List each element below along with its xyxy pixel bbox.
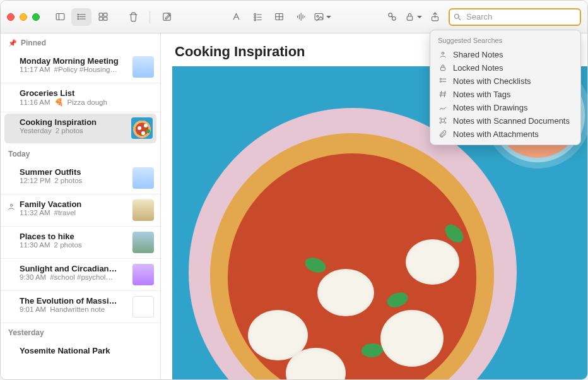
note-thumbnail	[132, 232, 154, 253]
svg-line-43	[441, 91, 442, 97]
note-meta: 2 photos	[56, 127, 83, 134]
scan-icon	[438, 116, 448, 125]
tag-icon	[438, 90, 448, 98]
note-meta: Handwritten note	[50, 306, 105, 313]
svg-line-32	[391, 16, 392, 17]
note-row-summer-outfits[interactable]: Summer Outfits 12:12 PM2 photos	[1, 162, 160, 194]
suggestion-label: Notes with Scanned Documents	[453, 116, 570, 126]
search-suggestions: Suggested Searches Shared Notes Locked N…	[430, 30, 581, 145]
toggle-sidebar-button[interactable]	[50, 8, 70, 26]
svg-rect-10	[99, 17, 103, 20]
suggestion-scanned[interactable]: Notes with Scanned Documents	[430, 114, 580, 128]
svg-rect-47	[442, 119, 445, 122]
note-row-evolution-massi[interactable]: The Evolution of Massi… 9:01 AMHandwritt…	[1, 291, 160, 323]
lock-button[interactable]	[403, 8, 423, 26]
list-view-button[interactable]	[71, 8, 91, 26]
note-time: 11:16 AM	[20, 98, 50, 106]
suggestion-label: Notes with Tags	[453, 90, 511, 99]
note-title: Cooking Inspiration	[20, 117, 126, 127]
note-time: Yesterday	[20, 127, 52, 134]
link-button[interactable]	[382, 8, 402, 26]
note-meta: Pizza dough	[68, 98, 107, 106]
note-meta: #travel	[54, 209, 76, 217]
notes-list-sidebar[interactable]: 📌 Pinned Monday Morning Meeting 11:17 AM…	[1, 33, 161, 379]
actions-group	[382, 8, 445, 26]
pizza-emoji-icon: 🍕	[54, 98, 64, 107]
note-title: Places to hike	[20, 232, 127, 241]
search-input[interactable]	[449, 8, 581, 26]
close-window-button[interactable]	[7, 13, 15, 21]
note-thumbnail	[132, 56, 154, 78]
note-time: 11:17 AM	[20, 66, 50, 73]
svg-rect-8	[99, 13, 103, 16]
search-region: Suggested Searches Shared Notes Locked N…	[449, 8, 581, 26]
note-row-places-to-hike[interactable]: Places to hike 11:30 AM2 photos	[1, 227, 160, 259]
lock-icon	[438, 63, 448, 72]
yesterday-label: Yesterday	[8, 328, 44, 337]
note-row-family-vacation[interactable]: Family Vacation 11:32 AM#travel	[1, 194, 160, 227]
svg-point-35	[454, 14, 459, 18]
attachment-icon	[438, 129, 448, 138]
note-row-cooking-inspiration[interactable]: Cooking Inspiration Yesterday2 photos	[4, 114, 156, 143]
svg-point-48	[10, 205, 13, 207]
suggestion-drawings[interactable]: Notes with Drawings	[430, 101, 580, 114]
suggestion-checklists[interactable]: Notes with Checklists	[430, 74, 580, 88]
suggestions-header: Suggested Searches	[430, 35, 580, 48]
svg-rect-0	[56, 14, 64, 20]
note-row-monday-morning-meeting[interactable]: Monday Morning Meeting 11:17 AM#Policy #…	[1, 51, 160, 83]
text-style-button[interactable]	[226, 8, 247, 26]
note-row-groceries-list[interactable]: Groceries List 11:16 AM🍕Pizza dough	[1, 83, 160, 112]
suggestion-shared-notes[interactable]: Shared Notes	[430, 48, 580, 61]
svg-rect-9	[103, 13, 107, 16]
share-button[interactable]	[425, 8, 445, 26]
note-row-sunlight-circadian[interactable]: Sunlight and Circadian… 9:30 AM#school #…	[1, 259, 160, 291]
suggestion-label: Shared Notes	[453, 50, 503, 59]
shared-indicator-icon	[7, 202, 16, 211]
suggestion-label: Notes with Checklists	[453, 76, 531, 86]
suggestion-locked-notes[interactable]: Locked Notes	[430, 61, 580, 74]
note-time: 11:32 AM	[20, 209, 50, 217]
format-group	[226, 8, 332, 26]
note-time: 9:01 AM	[20, 306, 46, 313]
checklist-button[interactable]	[248, 8, 268, 26]
note-thumbnail	[132, 199, 154, 221]
svg-point-41	[440, 81, 441, 82]
svg-point-29	[316, 15, 318, 17]
note-meta: 2 photos	[54, 241, 82, 249]
suggestion-attachments[interactable]: Notes with Attachments	[430, 128, 580, 141]
pinned-section-header: 📌 Pinned	[1, 33, 160, 51]
note-time: 9:30 AM	[20, 273, 46, 281]
svg-point-39	[440, 78, 441, 80]
note-row-yosemite[interactable]: Yosemite National Park	[1, 341, 160, 360]
note-title: Family Vacation	[20, 199, 127, 209]
table-button[interactable]	[269, 8, 290, 26]
audio-button[interactable]	[291, 8, 311, 26]
svg-point-37	[442, 52, 444, 55]
cheese-illustration	[380, 310, 444, 367]
gallery-view-button[interactable]	[93, 8, 113, 26]
view-group	[50, 8, 113, 26]
note-thumbnail	[132, 296, 154, 318]
today-label: Today	[8, 150, 30, 158]
pin-icon: 📌	[8, 39, 17, 47]
svg-point-7	[78, 18, 78, 19]
note-time: 11:30 AM	[20, 241, 50, 249]
suggestion-label: Locked Notes	[453, 63, 503, 73]
app-window: Suggested Searches Shared Notes Locked N…	[0, 0, 588, 380]
today-section-header: Today	[1, 145, 160, 162]
minimize-window-button[interactable]	[20, 13, 27, 21]
new-note-button[interactable]	[156, 8, 177, 26]
svg-rect-33	[407, 16, 413, 20]
note-title: Groceries List	[20, 88, 154, 98]
svg-rect-11	[103, 17, 107, 20]
delete-note-button[interactable]	[123, 8, 143, 26]
pinned-label: Pinned	[21, 39, 46, 47]
checklist-icon	[438, 76, 448, 85]
note-title: Summer Outfits	[20, 167, 127, 177]
zoom-window-button[interactable]	[32, 13, 40, 21]
svg-point-16	[254, 16, 256, 18]
svg-line-44	[444, 91, 445, 97]
suggestion-tags[interactable]: Notes with Tags	[430, 88, 580, 101]
media-button[interactable]	[312, 8, 332, 26]
svg-point-18	[254, 19, 256, 21]
